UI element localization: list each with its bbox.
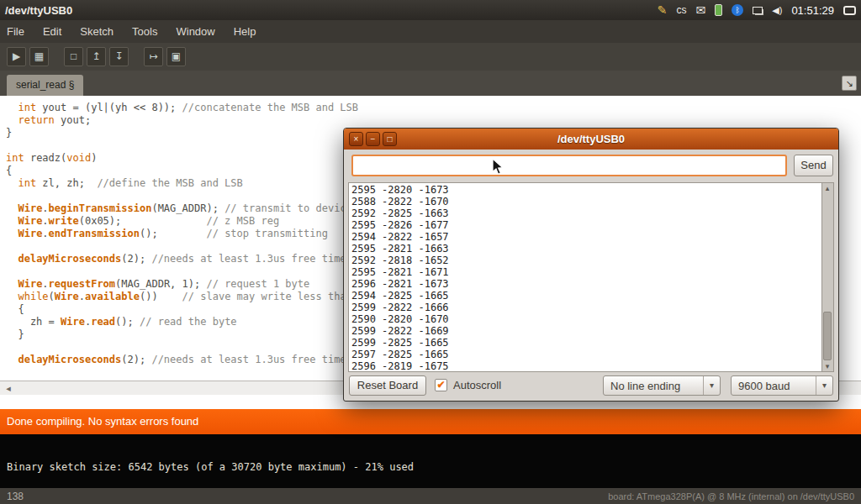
mail-icon[interactable]: ✉ xyxy=(696,3,706,17)
serial-output-scrollbar[interactable]: ▴ ▾ xyxy=(822,182,834,372)
menu-file[interactable]: File xyxy=(7,25,24,38)
menu-tools[interactable]: Tools xyxy=(132,25,157,38)
scroll-down-icon[interactable]: ▾ xyxy=(822,361,832,371)
clock[interactable]: 01:51:29 xyxy=(791,4,834,17)
serial-monitor-button[interactable]: ▣ xyxy=(166,47,186,66)
menu-window[interactable]: Window xyxy=(176,25,214,38)
serial-output-line: 2592 -2825 -1663 xyxy=(351,207,819,219)
volume-icon[interactable]: ◀) xyxy=(772,5,782,16)
serial-output-line: 2594 -2825 -1665 xyxy=(351,290,819,302)
save-sketch-button[interactable]: ↧ xyxy=(109,47,129,66)
reset-board-button[interactable]: Reset Board xyxy=(349,375,426,396)
baud-rate-value: 9600 baud xyxy=(738,380,790,392)
serial-output-line: 2596 -2819 -1675 xyxy=(351,360,819,372)
scroll-left-icon[interactable]: ◂ xyxy=(2,382,15,394)
close-button[interactable]: × xyxy=(349,132,363,146)
serial-monitor-title: /dev/ttyUSB0 xyxy=(344,129,838,150)
send-button[interactable]: Send xyxy=(794,155,833,176)
keyboard-layout-indicator[interactable]: cs xyxy=(677,4,687,16)
battery-icon[interactable] xyxy=(715,4,722,16)
bluetooth-icon[interactable]: ᛒ xyxy=(732,4,743,16)
compile-status-message: Done compiling. No syntax errors found xyxy=(7,415,198,428)
window-controls: × − □ xyxy=(349,132,397,146)
new-sketch-button[interactable]: □ xyxy=(64,47,83,66)
menu-sketch[interactable]: Sketch xyxy=(80,25,114,38)
minimize-button[interactable]: − xyxy=(366,132,380,146)
serial-output-line: 2597 -2825 -1665 xyxy=(351,349,819,360)
serial-output-line: 2594 -2822 -1657 xyxy=(351,231,819,243)
verify-button[interactable]: ▶ xyxy=(7,47,26,66)
baud-rate-dropdown[interactable]: 9600 baud ▾ xyxy=(731,375,833,396)
menubar: File Edit Sketch Tools Window Help xyxy=(0,20,861,43)
serial-send-input[interactable] xyxy=(351,155,787,176)
board-info: board: ATmega328P(A) @ 8 MHz (internal) … xyxy=(608,491,854,501)
serial-output-line: 2595 -2820 -1673 xyxy=(351,184,819,196)
upload-button[interactable]: ↦ xyxy=(144,47,163,66)
code-line: return yout; xyxy=(6,114,861,127)
serial-output-line: 2595 -2821 -1663 xyxy=(351,243,819,255)
tab-menu-button[interactable]: ↘ xyxy=(842,76,857,91)
stop-button[interactable]: ▦ xyxy=(29,47,49,66)
compile-status-bar: Done compiling. No syntax errors found xyxy=(0,409,861,434)
build-console-text: Binary sketch size: 6542 bytes (of a 307… xyxy=(7,461,414,473)
cursor-line-number: 138 xyxy=(7,491,24,502)
chevron-down-icon[interactable]: ▾ xyxy=(816,376,832,395)
session-menu-icon[interactable] xyxy=(843,6,856,15)
open-sketch-button[interactable]: ↥ xyxy=(87,47,106,66)
serial-output-line: 2599 -2822 -1669 xyxy=(351,325,819,337)
serial-output-line: 2588 -2822 -1670 xyxy=(351,196,819,207)
serial-output-line: 2595 -2821 -1671 xyxy=(351,266,819,278)
desktop-screen: /dev/ttyUSB0 ✎ cs ✉ ᛒ ◀) 01:51:29 File E… xyxy=(0,0,861,504)
line-ending-value: No line ending xyxy=(610,380,680,392)
network-icon[interactable] xyxy=(753,7,763,14)
toolbar: ▶ ▦ □ ↥ ↧ ↦ ▣ xyxy=(0,43,861,71)
maximize-button[interactable]: □ xyxy=(383,132,397,146)
system-tray: ✎ cs ✉ ᛒ ◀) 01:51:29 xyxy=(658,3,856,17)
scrollbar-thumb[interactable] xyxy=(823,312,832,360)
serial-output-line: 2592 -2818 -1652 xyxy=(351,255,819,266)
serial-output[interactable]: 2595 -2820 -16732588 -2822 -16702592 -28… xyxy=(348,182,822,372)
serial-output-line: 2590 -2820 -1670 xyxy=(351,313,819,325)
chevron-down-icon[interactable]: ▾ xyxy=(703,376,720,395)
tab-bar: serial_read § ↘ xyxy=(0,71,861,96)
autoscroll-checkbox[interactable]: ✔ xyxy=(435,379,447,391)
scroll-up-icon[interactable]: ▴ xyxy=(822,183,832,193)
serial-monitor-titlebar[interactable]: × − □ /dev/ttyUSB0 xyxy=(344,129,838,150)
top-panel: /dev/ttyUSB0 ✎ cs ✉ ᛒ ◀) 01:51:29 xyxy=(0,0,861,20)
serial-monitor-window: × − □ /dev/ttyUSB0 Send 2595 -2820 -1673… xyxy=(343,128,839,402)
code-line: int yout = (yl|(yh << 8)); //concatenate… xyxy=(6,102,861,114)
note-icon[interactable]: ✎ xyxy=(658,3,668,17)
menu-help[interactable]: Help xyxy=(234,25,256,38)
autoscroll-label: Autoscroll xyxy=(453,379,501,391)
serial-output-line: 2596 -2821 -1673 xyxy=(351,278,819,290)
serial-output-line: 2595 -2826 -1677 xyxy=(351,219,819,231)
panel-window-title: /dev/ttyUSB0 xyxy=(5,4,72,17)
line-ending-dropdown[interactable]: No line ending ▾ xyxy=(603,375,721,396)
serial-output-line: 2599 -2825 -1665 xyxy=(351,337,819,349)
footer-status-strip: 138 board: ATmega328P(A) @ 8 MHz (intern… xyxy=(0,488,861,504)
build-console: Binary sketch size: 6542 bytes (of a 307… xyxy=(0,434,861,488)
serial-output-line: 2599 -2822 -1666 xyxy=(351,302,819,313)
tab-serial-read[interactable]: serial_read § xyxy=(7,75,83,96)
menu-edit[interactable]: Edit xyxy=(43,25,61,38)
